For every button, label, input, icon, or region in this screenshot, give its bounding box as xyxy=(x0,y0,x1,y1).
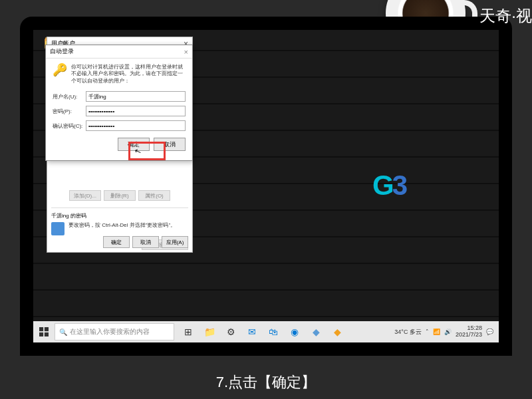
info-text: 你可以对计算机进行设置，这样用户在登录时就不必输入用户名和密码。为此，请在下面指… xyxy=(71,64,186,84)
svg-rect-2 xyxy=(39,332,43,336)
clock[interactable]: 15:28 2021/7/23 xyxy=(456,325,482,338)
system-tray: 34°C 多云 ˄ 📶 🔊 15:28 2021/7/23 💬 xyxy=(394,325,499,338)
app-icon-2[interactable]: ◆ xyxy=(329,323,346,340)
task-view-icon[interactable]: ⊞ xyxy=(180,323,197,340)
notifications-icon[interactable]: 💬 xyxy=(486,329,493,335)
dialog-bottom-buttons: 确定 取消 应用(A) xyxy=(103,236,188,248)
svg-rect-3 xyxy=(45,332,49,336)
apply-button[interactable]: 应用(A) xyxy=(162,236,188,248)
start-button[interactable] xyxy=(33,321,55,342)
add-button[interactable]: 添加(D)... xyxy=(69,190,101,201)
confirm-password-input[interactable] xyxy=(86,120,186,131)
mail-icon[interactable]: ✉ xyxy=(243,323,261,340)
svg-rect-1 xyxy=(45,327,49,331)
password-label: 密码(P): xyxy=(53,108,86,115)
key-icon xyxy=(53,64,67,78)
windows-icon xyxy=(39,327,49,336)
explorer-icon[interactable]: 📁 xyxy=(201,323,218,340)
tray-chevron-icon[interactable]: ˄ xyxy=(426,329,429,335)
ok-button[interactable]: 确定 xyxy=(103,236,130,248)
cancel-button[interactable]: 取消 xyxy=(132,236,159,248)
confirm-password-label: 确认密码(C): xyxy=(53,122,86,130)
settings-icon[interactable]: ⚙ xyxy=(222,323,239,340)
inner-title: 自动登录 xyxy=(50,47,74,56)
password-heading: 千源ing 的密码 xyxy=(51,212,188,219)
remove-button[interactable]: 删除(R) xyxy=(104,190,136,201)
tutorial-caption: 7.点击【确定】 xyxy=(0,372,532,392)
svg-rect-0 xyxy=(39,327,43,331)
watermark: 天奇·视 xyxy=(479,5,532,27)
close-icon[interactable]: × xyxy=(184,48,188,56)
store-icon[interactable]: 🛍 xyxy=(265,323,282,340)
search-input[interactable]: 🔍 在这里输入你要搜索的内容 xyxy=(55,323,174,340)
inner-cancel-button[interactable]: 取消 xyxy=(154,138,186,151)
password-description: 要改密码，按 Ctrl-Alt-Del 并选择"更改密码"。 xyxy=(68,222,176,229)
username-input[interactable] xyxy=(86,91,186,102)
weather-widget[interactable]: 34°C 多云 xyxy=(394,328,422,336)
password-input[interactable] xyxy=(86,106,186,116)
properties-button[interactable]: 属性(O) xyxy=(138,190,170,201)
search-placeholder: 在这里输入你要搜索的内容 xyxy=(70,327,150,336)
volume-icon[interactable]: 🔊 xyxy=(444,329,452,335)
g3-logo: G3 xyxy=(372,170,406,201)
laptop-frame: G3 📁 新建 用户帐户 × 添加(D)... 删除(R) 属性(O) 千源 xyxy=(20,17,512,356)
app-icon[interactable]: ◆ xyxy=(307,323,325,340)
taskbar: 🔍 在这里输入你要搜索的内容 ⊞ 📁 ⚙ ✉ 🛍 ◉ ◆ ◆ 34°C 多云 ˄… xyxy=(33,321,499,342)
search-icon: 🔍 xyxy=(59,329,67,336)
network-icon[interactable]: 📶 xyxy=(433,329,440,335)
username-label: 用户名(U): xyxy=(53,93,86,100)
auto-login-dialog: 自动登录 × 你可以对计算机进行设置，这样用户在登录时就不必输入用户名和密码。为… xyxy=(45,45,193,161)
inner-titlebar[interactable]: 自动登录 × xyxy=(46,45,192,59)
key-users-icon xyxy=(51,222,65,235)
screen: G3 📁 新建 用户帐户 × 添加(D)... 删除(R) 属性(O) 千源 xyxy=(33,30,499,342)
user-list-buttons: 添加(D)... 删除(R) 属性(O) xyxy=(51,190,188,201)
edge-icon[interactable]: ◉ xyxy=(286,323,303,340)
